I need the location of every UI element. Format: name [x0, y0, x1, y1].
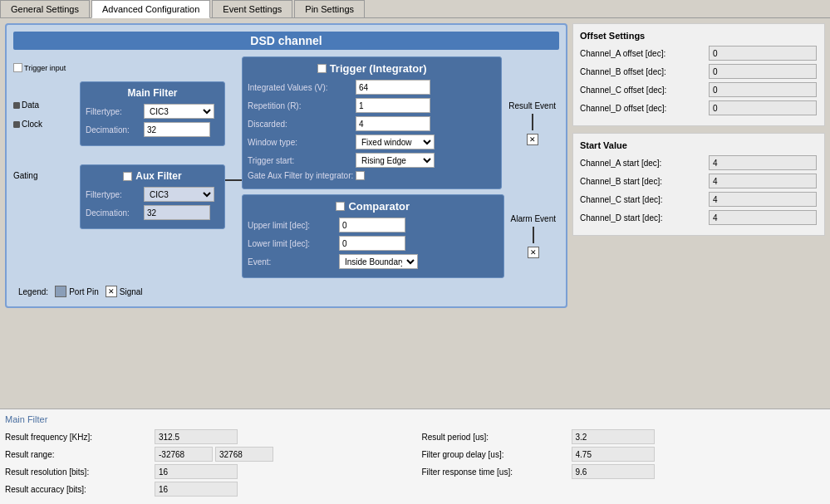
- result-event-x-icon: ✕: [527, 134, 538, 145]
- tab-pin-settings[interactable]: Pin Settings: [294, 0, 365, 17]
- result-frequency-label: Result frequency [KHz]:: [5, 433, 155, 442]
- aux-decimation-input[interactable]: [144, 205, 210, 220]
- result-range-label: Result range:: [5, 450, 155, 459]
- discarded-label: Discarded:: [248, 120, 356, 129]
- comparator-checkbox[interactable]: [336, 202, 345, 211]
- offset-channel-c-label: Channel_C offset [dec]:: [580, 86, 709, 95]
- result-event-label: Result Event: [508, 101, 556, 110]
- result-frequency-input: [155, 429, 238, 444]
- offset-channel-d-input[interactable]: [709, 100, 817, 115]
- main-filtertype-select[interactable]: CIC3CIC4CIC5: [144, 104, 214, 119]
- bottom-panel: Main Filter Result frequency [KHz]: Resu…: [0, 409, 830, 504]
- offset-channel-a-label: Channel_A offset [dec]:: [580, 49, 709, 58]
- start-channel-c-label: Channel_C start [dec]:: [580, 195, 709, 204]
- start-value-title: Start Value: [580, 140, 818, 150]
- integrated-values-label: Integrated Values (V):: [248, 83, 356, 92]
- discarded-input[interactable]: [356, 116, 430, 131]
- start-channel-d-input[interactable]: [709, 210, 817, 225]
- signal-x-icon: ✕: [106, 286, 117, 297]
- alarm-event-label: Alarm Event: [511, 214, 556, 223]
- aux-decimation-label: Decimation:: [86, 208, 144, 218]
- window-type-select[interactable]: Fixed windowSliding window: [356, 135, 435, 149]
- result-accuracy-label: Result accuracy [bits]:: [5, 485, 155, 494]
- start-channel-a-label: Channel_A start [dec]:: [580, 159, 709, 168]
- result-range-max-input: [215, 447, 273, 462]
- comparator-title: Comparator: [248, 200, 498, 213]
- event-select[interactable]: Inside BoundaryOutside Boundary: [339, 254, 418, 269]
- data-label: Data: [22, 100, 39, 110]
- right-panel: Offset Settings Channel_A offset [dec]: …: [572, 18, 830, 407]
- aux-filter-box: Aux Filter Filtertype: CIC3CIC4CIC5 Deci…: [80, 164, 225, 229]
- legend: Legend: Port Pin ✕ Signal: [13, 283, 559, 300]
- clock-dot: [13, 121, 20, 128]
- offset-channel-c-input[interactable]: [709, 82, 817, 97]
- tab-general-settings[interactable]: General Settings: [0, 0, 90, 17]
- integrated-values-input[interactable]: [356, 80, 430, 95]
- result-accuracy-input: [155, 482, 238, 497]
- result-resolution-input: [155, 464, 238, 479]
- result-range-min-input: [155, 447, 213, 462]
- filter-group-delay-label: Filter group delay [us]:: [422, 450, 572, 459]
- trigger-input-checkbox[interactable]: [13, 63, 22, 72]
- repetition-label: Repetition (R):: [248, 101, 356, 110]
- lower-limit-input[interactable]: [339, 236, 405, 251]
- gating-label: Gating: [13, 171, 37, 180]
- trigger-checkbox[interactable]: [317, 64, 327, 73]
- offset-settings-group: Offset Settings Channel_A offset [dec]: …: [572, 23, 825, 126]
- trigger-start-label: Trigger start:: [248, 156, 356, 165]
- left-panel: DSD channel Trigger input: [0, 18, 572, 407]
- upper-limit-input[interactable]: [339, 218, 405, 232]
- result-period-input: [572, 429, 655, 444]
- tab-event-settings[interactable]: Event Settings: [212, 0, 292, 17]
- trigger-title: Trigger (Integrator): [248, 62, 496, 75]
- aux-filtertype-select[interactable]: CIC3CIC4CIC5: [144, 187, 214, 202]
- app-container: General Settings Advanced Configuration …: [0, 0, 830, 504]
- main-filter-title: Main Filter: [86, 87, 219, 99]
- offset-channel-d-label: Channel_D offset [dec]:: [580, 104, 709, 113]
- filter-response-time-input: [572, 464, 655, 479]
- legend-label: Legend:: [18, 287, 48, 296]
- result-period-label: Result period [us]:: [422, 433, 572, 442]
- bottom-left-col: Result frequency [KHz]: Result range: Re…: [5, 429, 409, 499]
- legend-port-pin: Port Pin: [55, 286, 99, 297]
- upper-limit-label: Upper limit [dec]:: [248, 221, 339, 230]
- main-filter-box: Main Filter Filtertype: CIC3CIC4CIC5 Dec…: [80, 81, 225, 146]
- offset-channel-b-input[interactable]: [709, 64, 817, 79]
- aux-filtertype-label: Filtertype:: [86, 190, 144, 199]
- port-pin-box: [55, 286, 66, 297]
- main-decimation-label: Decimation:: [86, 125, 144, 135]
- offset-channel-a-input[interactable]: [709, 46, 817, 61]
- bottom-right-col: Result period [us]: Filter group delay […: [422, 429, 826, 499]
- start-channel-c-input[interactable]: [709, 192, 817, 207]
- main-top-section: DSD channel Trigger input: [0, 18, 830, 407]
- main-filter-section-title: Main Filter: [5, 414, 825, 424]
- tab-bar: General Settings Advanced Configuration …: [0, 0, 830, 18]
- filter-response-time-label: Filter response time [us]:: [422, 467, 572, 477]
- main-filter-grid: Result frequency [KHz]: Result range: Re…: [5, 429, 825, 499]
- main-decimation-input[interactable]: [144, 122, 210, 137]
- start-value-group: Start Value Channel_A start [dec]: Chann…: [572, 133, 825, 236]
- aux-filter-title: Aux Filter: [86, 170, 219, 182]
- repetition-input[interactable]: [356, 98, 430, 113]
- alarm-event-x-icon: ✕: [528, 247, 539, 258]
- dsd-channel-box: DSD channel Trigger input: [5, 23, 567, 308]
- event-label: Event:: [248, 257, 339, 267]
- offset-settings-title: Offset Settings: [580, 31, 818, 41]
- start-channel-b-label: Channel_B start [dec]:: [580, 177, 709, 186]
- aux-filter-checkbox[interactable]: [123, 172, 132, 181]
- dsd-title: DSD channel: [13, 32, 559, 50]
- data-dot: [13, 102, 20, 109]
- trigger-box: Trigger (Integrator) Integrated Values (…: [242, 56, 502, 189]
- main-filtertype-label: Filtertype:: [86, 107, 144, 116]
- offset-channel-b-label: Channel_B offset [dec]:: [580, 67, 709, 76]
- trigger-start-select[interactable]: Rising EdgeFalling EdgeBoth: [356, 153, 435, 168]
- start-channel-d-label: Channel_D start [dec]:: [580, 213, 709, 223]
- start-channel-b-input[interactable]: [709, 174, 817, 188]
- tab-advanced-configuration[interactable]: Advanced Configuration: [91, 0, 210, 18]
- start-channel-a-input[interactable]: [709, 155, 817, 170]
- gate-aux-label: Gate Aux Filter by integrator:: [248, 171, 356, 180]
- gate-aux-checkbox[interactable]: [356, 171, 365, 180]
- comparator-box: Comparator Upper limit [dec]: Lower limi…: [242, 194, 504, 278]
- filter-group-delay-input: [572, 447, 655, 462]
- trigger-input-label: Trigger input: [24, 64, 66, 72]
